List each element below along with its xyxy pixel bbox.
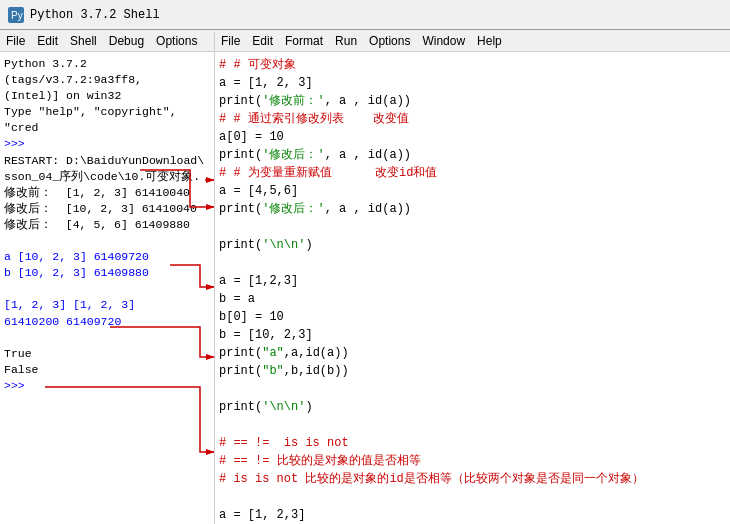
shell-path-line: sson_04_序列\code\10.可变对象. xyxy=(4,169,210,185)
global-menu-bar: File Edit Shell Debug Options File Edit … xyxy=(0,30,730,52)
shell-output-true: True xyxy=(4,346,210,362)
code-line-6: print('修改后：', a , id(a)) xyxy=(219,146,726,164)
code-line-1: # # 可变对象 xyxy=(219,56,726,74)
menu-edit-right[interactable]: Edit xyxy=(246,32,279,50)
code-line-5: a[0] = 10 xyxy=(219,128,726,146)
shell-restart-line: RESTART: D:\BaiduYunDownload\ xyxy=(4,153,210,169)
menu-shell[interactable]: Shell xyxy=(64,32,103,50)
shell-output-ids: 61410200 61409720 xyxy=(4,314,210,330)
menu-debug[interactable]: Debug xyxy=(103,32,150,50)
code-line-13: b[0] = 10 xyxy=(219,308,726,326)
shell-output-list1: [1, 2, 3] [1, 2, 3] xyxy=(4,297,210,313)
code-line-20: # is is not 比较的是对象的id是否相等（比较两个对象是否是同一个对象… xyxy=(219,470,726,488)
shell-blank-3 xyxy=(4,330,210,346)
code-line-3: print('修改前：', a , id(a)) xyxy=(219,92,726,110)
code-blank-1 xyxy=(219,218,726,236)
left-menu-section: File Edit Shell Debug Options xyxy=(0,32,215,50)
shell-output-after2: 修改后： [4, 5, 6] 61409880 xyxy=(4,217,210,233)
window-title: Python 3.7.2 Shell xyxy=(30,8,160,22)
code-blank-5 xyxy=(219,488,726,506)
right-menu-section: File Edit Format Run Options Window Help xyxy=(215,32,730,50)
shell-blank-2 xyxy=(4,281,210,297)
main-content: Python 3.7.2 (tags/v3.7.2:9a3ff8, (Intel… xyxy=(0,52,730,524)
svg-text:Py: Py xyxy=(11,10,23,21)
code-line-19: # == != 比较的是对象的值是否相等 xyxy=(219,452,726,470)
shell-output-false: False xyxy=(4,362,210,378)
shell-line-type-help: Type "help", "copyright", "cred xyxy=(4,104,210,136)
code-blank-3 xyxy=(219,380,726,398)
code-line-4: # # 通过索引修改列表 改变值 xyxy=(219,110,726,128)
shell-output-b: b [10, 2, 3] 61409880 xyxy=(4,265,210,281)
title-bar: Py Python 3.7.2 Shell xyxy=(0,0,730,30)
shell-line-platform: (Intel)] on win32 xyxy=(4,88,210,104)
shell-output-before: 修改前： [1, 2, 3] 61410040 xyxy=(4,185,210,201)
shell-output-after1: 修改后： [10, 2, 3] 61410040 xyxy=(4,201,210,217)
code-line-15: print("a",a,id(a)) xyxy=(219,344,726,362)
shell-prompt-1: >>> xyxy=(4,136,210,152)
code-line-8: a = [4,5,6] xyxy=(219,182,726,200)
shell-output-panel[interactable]: Python 3.7.2 (tags/v3.7.2:9a3ff8, (Intel… xyxy=(0,52,215,524)
shell-output-a: a [10, 2, 3] 61409720 xyxy=(4,249,210,265)
code-line-12: b = a xyxy=(219,290,726,308)
menu-file-right[interactable]: File xyxy=(215,32,246,50)
code-line-16: print("b",b,id(b)) xyxy=(219,362,726,380)
code-line-18: # == != is is not xyxy=(219,434,726,452)
code-blank-4 xyxy=(219,416,726,434)
menu-window[interactable]: Window xyxy=(416,32,471,50)
code-line-21: a = [1, 2,3] xyxy=(219,506,726,524)
code-line-11: a = [1,2,3] xyxy=(219,272,726,290)
menu-file-left[interactable]: File xyxy=(0,32,31,50)
menu-edit-left[interactable]: Edit xyxy=(31,32,64,50)
shell-blank-1 xyxy=(4,233,210,249)
menu-options-left[interactable]: Options xyxy=(150,32,203,50)
menu-run[interactable]: Run xyxy=(329,32,363,50)
menu-format[interactable]: Format xyxy=(279,32,329,50)
code-editor-panel[interactable]: # # 可变对象 a = [1, 2, 3] print('修改前：', a ,… xyxy=(215,52,730,524)
menu-help[interactable]: Help xyxy=(471,32,508,50)
shell-prompt-final: >>> xyxy=(4,378,210,394)
code-line-10: print('\n\n') xyxy=(219,236,726,254)
python-icon: Py xyxy=(8,7,24,23)
code-blank-2 xyxy=(219,254,726,272)
shell-line-python-version: Python 3.7.2 (tags/v3.7.2:9a3ff8, xyxy=(4,56,210,88)
code-line-14: b = [10, 2,3] xyxy=(219,326,726,344)
code-line-7: # # 为变量重新赋值 改变id和值 xyxy=(219,164,726,182)
code-line-2: a = [1, 2, 3] xyxy=(219,74,726,92)
menu-options-right[interactable]: Options xyxy=(363,32,416,50)
code-line-17: print('\n\n') xyxy=(219,398,726,416)
code-line-9: print('修改后：', a , id(a)) xyxy=(219,200,726,218)
